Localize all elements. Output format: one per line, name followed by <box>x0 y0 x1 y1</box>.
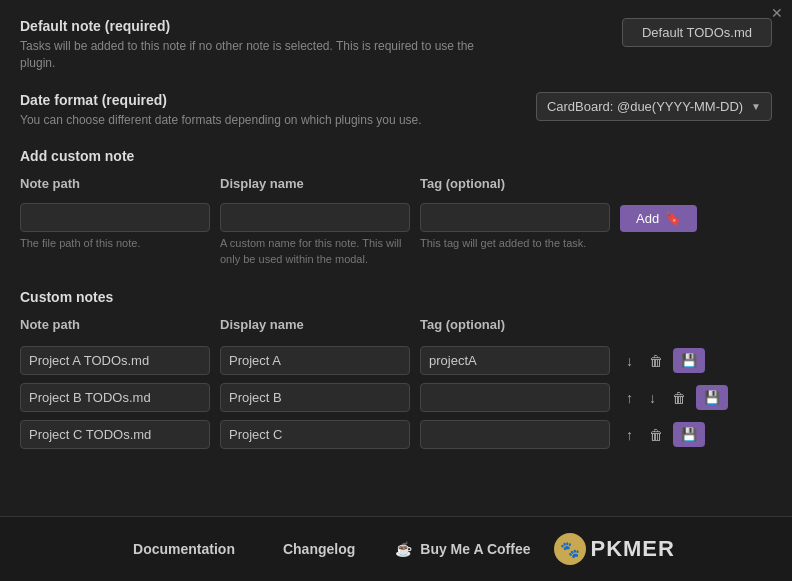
hint-tag: This tag will get added to the task. <box>420 236 610 251</box>
row0-delete-button[interactable]: 🗑 <box>643 349 669 373</box>
table-header-note-path: Note path <box>20 317 210 332</box>
custom-notes-section: Custom notes Note path Display name Tag … <box>20 289 772 449</box>
new-display-name-input[interactable] <box>220 203 410 232</box>
custom-notes-title: Custom notes <box>20 289 772 305</box>
header-note-path: Note path <box>20 176 210 191</box>
new-note-path-input[interactable] <box>20 203 210 232</box>
row0-display-name[interactable] <box>220 346 410 375</box>
table-row: ↑ ↓ 🗑 💾 <box>20 383 772 412</box>
row0-move-down-button[interactable]: ↓ <box>620 349 639 373</box>
row2-note-path[interactable] <box>20 420 210 449</box>
row2-tag[interactable] <box>420 420 610 449</box>
row1-tag[interactable] <box>420 383 610 412</box>
add-custom-note-button[interactable]: Add 🔖 <box>620 205 697 232</box>
default-note-title: Default note (required) <box>20 18 500 34</box>
row0-save-button[interactable]: 💾 <box>673 348 705 373</box>
date-format-dropdown[interactable]: CardBoard: @due(YYYY-MM-DD) ▼ <box>536 92 772 121</box>
row2-save-button[interactable]: 💾 <box>673 422 705 447</box>
buy-coffee-button[interactable]: ☕ Buy Me A Coffee <box>379 533 546 565</box>
scroll-area: Default note (required) Tasks will be ad… <box>0 0 792 516</box>
bookmark-icon: 🔖 <box>665 211 681 226</box>
row0-note-path[interactable] <box>20 346 210 375</box>
add-custom-note-inputs: The file path of this note. A custom nam… <box>20 203 772 267</box>
header-tag: Tag (optional) <box>420 176 610 191</box>
header-display-name: Display name <box>220 176 410 191</box>
table-header-tag: Tag (optional) <box>420 317 610 332</box>
hint-display-name: A custom name for this note. This will o… <box>220 236 410 267</box>
default-note-label: Default note (required) Tasks will be ad… <box>20 18 500 72</box>
row2-delete-button[interactable]: 🗑 <box>643 423 669 447</box>
coffee-icon: ☕ <box>395 541 412 557</box>
default-note-section: Default note (required) Tasks will be ad… <box>20 18 772 72</box>
add-custom-note-headers: Note path Display name Tag (optional) <box>20 176 772 197</box>
row1-actions: ↑ ↓ 🗑 💾 <box>620 385 728 410</box>
row1-save-button[interactable]: 💾 <box>696 385 728 410</box>
add-button-label: Add <box>636 211 659 226</box>
row1-move-down-button[interactable]: ↓ <box>643 386 662 410</box>
row0-tag[interactable] <box>420 346 610 375</box>
date-format-section: Date format (required) You can choose di… <box>20 92 772 129</box>
pkmer-text: PKMER <box>590 536 674 562</box>
row2-actions: ↑ 🗑 💾 <box>620 422 705 447</box>
date-format-description: You can choose different date formats de… <box>20 112 422 129</box>
close-icon: ✕ <box>771 5 783 21</box>
add-custom-note-title: Add custom note <box>20 148 772 164</box>
default-note-button[interactable]: Default TODOs.md <box>622 18 772 47</box>
date-format-selected: CardBoard: @due(YYYY-MM-DD) <box>547 99 743 114</box>
row1-display-name[interactable] <box>220 383 410 412</box>
table-row: ↑ 🗑 💾 <box>20 420 772 449</box>
row1-note-path[interactable] <box>20 383 210 412</box>
coffee-label: Buy Me A Coffee <box>420 541 530 557</box>
table-header-display-name: Display name <box>220 317 410 332</box>
new-tag-input[interactable] <box>420 203 610 232</box>
hint-note-path: The file path of this note. <box>20 236 210 251</box>
chevron-down-icon: ▼ <box>751 101 761 112</box>
add-custom-note-section: Add custom note Note path Display name T… <box>20 148 772 267</box>
default-note-description: Tasks will be added to this note if no o… <box>20 38 500 72</box>
documentation-button[interactable]: Documentation <box>109 533 259 565</box>
table-row: ↓ 🗑 💾 <box>20 346 772 375</box>
changelog-button[interactable]: Changelog <box>259 533 379 565</box>
row1-delete-button[interactable]: 🗑 <box>666 386 692 410</box>
row0-actions: ↓ 🗑 💾 <box>620 348 705 373</box>
date-format-title: Date format (required) <box>20 92 422 108</box>
date-format-label: Date format (required) You can choose di… <box>20 92 422 129</box>
row2-display-name[interactable] <box>220 420 410 449</box>
row1-move-up-button[interactable]: ↑ <box>620 386 639 410</box>
close-button[interactable]: ✕ <box>768 4 786 22</box>
pkmer-logo: 🐾 PKMER <box>546 529 682 569</box>
main-container: ✕ Default note (required) Tasks will be … <box>0 0 792 581</box>
pkmer-icon: 🐾 <box>554 533 586 565</box>
custom-notes-headers: Note path Display name Tag (optional) <box>20 317 772 338</box>
row2-move-up-button[interactable]: ↑ <box>620 423 639 447</box>
footer: Documentation Changelog ☕ Buy Me A Coffe… <box>0 516 792 581</box>
